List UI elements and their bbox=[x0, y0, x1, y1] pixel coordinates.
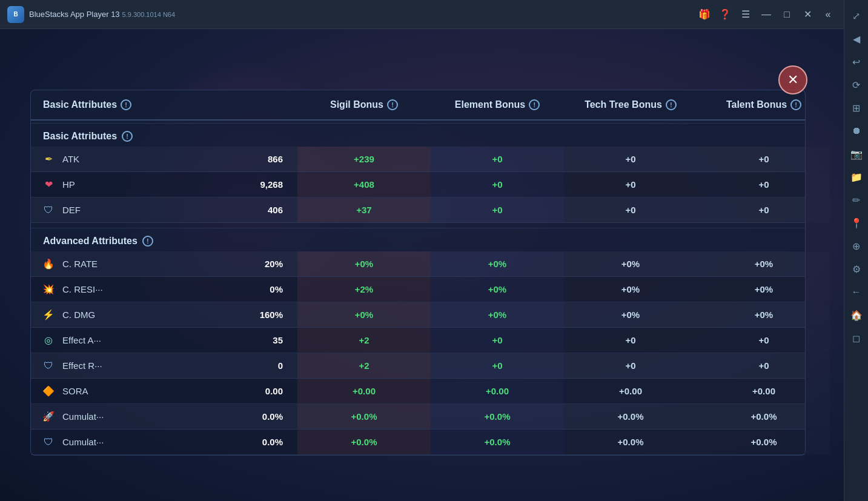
cdmg-name: C. DMG bbox=[62, 310, 111, 320]
sigil-info-icon[interactable]: ! bbox=[387, 99, 398, 110]
cumul2-tech-bonus: +0.0% bbox=[564, 430, 697, 454]
cdmg-icon: ⚡ bbox=[41, 307, 56, 323]
advanced-section-text: Advanced Attributes bbox=[43, 236, 137, 247]
effr-talent-bonus: +0 bbox=[697, 353, 830, 378]
right-sidebar: ⤢ ◀ ↩ ⟳ ⊞ ⏺ 📷 📁 ✏ 📍 ⊕ ⚙ ← 🏠 ◻ bbox=[844, 0, 868, 501]
cumul1-element-bonus: +0.0% bbox=[431, 404, 564, 429]
sidebar-back-icon[interactable]: ← bbox=[846, 281, 867, 303]
advanced-section-label: Advanced Attributes ! bbox=[31, 228, 805, 251]
sora-sigil-bonus: +0.00 bbox=[297, 379, 431, 403]
app-logo: B bbox=[7, 6, 24, 23]
header-basic-label: Basic Attributes bbox=[43, 99, 117, 110]
atk-element-bonus: +0 bbox=[431, 147, 564, 171]
sidebar-rotate-icon[interactable]: ↩ bbox=[846, 51, 867, 73]
sidebar-record-icon[interactable]: ⏺ bbox=[846, 120, 867, 142]
talent-info-icon[interactable]: ! bbox=[790, 99, 801, 110]
sidebar-brush-icon[interactable]: ✏ bbox=[846, 189, 867, 211]
hp-talent-bonus: +0 bbox=[697, 172, 830, 197]
sidebar-volume-icon[interactable]: ◀ bbox=[846, 28, 867, 50]
def-tech-bonus: +0 bbox=[564, 197, 697, 222]
effr-element-bonus: +0 bbox=[431, 353, 564, 378]
advanced-section-info-icon[interactable]: ! bbox=[142, 236, 153, 247]
sidebar-settings-icon[interactable]: ⚙ bbox=[846, 258, 867, 280]
cresi-talent-bonus: +0% bbox=[697, 277, 830, 302]
table-row: ⚡ C. DMG 160% +0% +0% +0% +0% bbox=[31, 302, 805, 328]
sidebar-map-icon[interactable]: 📍 bbox=[846, 212, 867, 234]
attr-cell-atk: ✒ ATK 866 bbox=[31, 147, 297, 171]
header-sigil-label: Sigil Bonus bbox=[330, 99, 383, 110]
back-button[interactable]: « bbox=[820, 6, 837, 23]
cresi-name: C. RESI··· bbox=[62, 284, 111, 294]
game-close-icon: ✕ bbox=[787, 72, 798, 88]
stats-panel: Basic Attributes ! Sigil Bonus ! Element… bbox=[30, 90, 806, 456]
cdmg-talent-bonus: +0% bbox=[697, 302, 830, 327]
effr-tech-bonus: +0 bbox=[564, 353, 697, 378]
effa-icon: ◎ bbox=[41, 333, 56, 348]
hp-element-bonus: +0 bbox=[431, 172, 564, 197]
header-talent-label: Talent Bonus bbox=[726, 99, 787, 110]
tech-info-icon[interactable]: ! bbox=[666, 99, 677, 110]
gift-button[interactable]: 🎁 bbox=[696, 6, 713, 23]
sidebar-camera-icon[interactable]: 📷 bbox=[846, 143, 867, 165]
cumul2-name: Cumulat··· bbox=[62, 437, 111, 447]
hp-sigil-bonus: +408 bbox=[297, 172, 431, 197]
hp-icon: ❤ bbox=[41, 177, 56, 193]
minimize-button[interactable]: — bbox=[758, 6, 775, 23]
table-row: ✒ ATK 866 +239 +0 +0 +0 bbox=[31, 147, 805, 172]
cumul1-value: 0.0% bbox=[262, 411, 288, 422]
game-close-button[interactable]: ✕ bbox=[778, 65, 807, 95]
attr-cell-cresi: 💥 C. RESI··· 0% bbox=[31, 277, 297, 302]
sidebar-fullscreen-icon[interactable]: ⤢ bbox=[846, 5, 867, 27]
effa-talent-bonus: +0 bbox=[697, 328, 830, 353]
sidebar-layers-icon[interactable]: ⊕ bbox=[846, 235, 867, 257]
attr-cell-def: 🛡 DEF 406 bbox=[31, 197, 297, 222]
atk-value: 866 bbox=[268, 154, 288, 164]
hp-value: 9,268 bbox=[260, 179, 288, 190]
sidebar-grid-icon[interactable]: ⊞ bbox=[846, 97, 867, 119]
sidebar-refresh-icon[interactable]: ⟳ bbox=[846, 74, 867, 96]
atk-tech-bonus: +0 bbox=[564, 147, 697, 171]
menu-button[interactable]: ☰ bbox=[737, 6, 754, 23]
def-icon: 🛡 bbox=[41, 202, 56, 218]
hp-name: HP bbox=[62, 179, 111, 190]
table-row: ◎ Effect A··· 35 +2 +0 +0 +0 bbox=[31, 328, 805, 353]
effr-sigil-bonus: +2 bbox=[297, 353, 431, 378]
effr-name: Effect R··· bbox=[62, 360, 111, 371]
def-talent-bonus: +0 bbox=[697, 197, 830, 222]
element-info-icon[interactable]: ! bbox=[529, 99, 540, 110]
def-value: 406 bbox=[268, 205, 288, 215]
sidebar-home-icon[interactable]: 🏠 bbox=[846, 304, 867, 326]
cdmg-tech-bonus: +0% bbox=[564, 302, 697, 327]
header-element-label: Element Bonus bbox=[455, 99, 525, 110]
header-sigil-bonus: Sigil Bonus ! bbox=[297, 90, 431, 119]
maximize-button[interactable]: □ bbox=[778, 6, 795, 23]
basic-info-icon[interactable]: ! bbox=[121, 99, 131, 110]
header-tech-label: Tech Tree Bonus bbox=[585, 99, 662, 110]
sidebar-folder-icon[interactable]: 📁 bbox=[846, 166, 867, 188]
cresi-icon: 💥 bbox=[41, 282, 56, 297]
attr-cell-cumul2: 🛡 Cumulat··· 0.0% bbox=[31, 430, 297, 454]
table-row: 🔥 C. RATE 20% +0% +0% +0% +0% bbox=[31, 251, 805, 277]
attr-cell-cumul1: 🚀 Cumulat··· 0.0% bbox=[31, 404, 297, 429]
sidebar-app-icon[interactable]: ◻ bbox=[846, 327, 867, 349]
crate-icon: 🔥 bbox=[41, 256, 56, 272]
basic-section-label: Basic Attributes ! bbox=[31, 123, 805, 147]
header-tech-bonus: Tech Tree Bonus ! bbox=[564, 90, 697, 119]
table-row: ❤ HP 9,268 +408 +0 +0 +0 bbox=[31, 172, 805, 197]
basic-section-info-icon[interactable]: ! bbox=[122, 131, 133, 142]
cumul2-talent-bonus: +0.0% bbox=[697, 430, 830, 454]
cumul1-talent-bonus: +0.0% bbox=[697, 404, 830, 429]
close-button[interactable]: ✕ bbox=[799, 6, 816, 23]
sora-tech-bonus: +0.00 bbox=[564, 379, 697, 403]
attr-cell-crate: 🔥 C. RATE 20% bbox=[31, 251, 297, 276]
cdmg-sigil-bonus: +0% bbox=[297, 302, 431, 327]
sora-name: SORA bbox=[62, 386, 111, 396]
crate-element-bonus: +0% bbox=[431, 251, 564, 276]
help-button[interactable]: ❓ bbox=[717, 6, 734, 23]
table-row: 🛡 Cumulat··· 0.0% +0.0% +0.0% +0.0% +0.0… bbox=[31, 430, 805, 455]
def-name: DEF bbox=[62, 205, 111, 215]
atk-talent-bonus: +0 bbox=[697, 147, 830, 171]
crate-value: 20% bbox=[265, 259, 288, 269]
sora-element-bonus: +0.00 bbox=[431, 379, 564, 403]
crate-talent-bonus: +0% bbox=[697, 251, 830, 276]
